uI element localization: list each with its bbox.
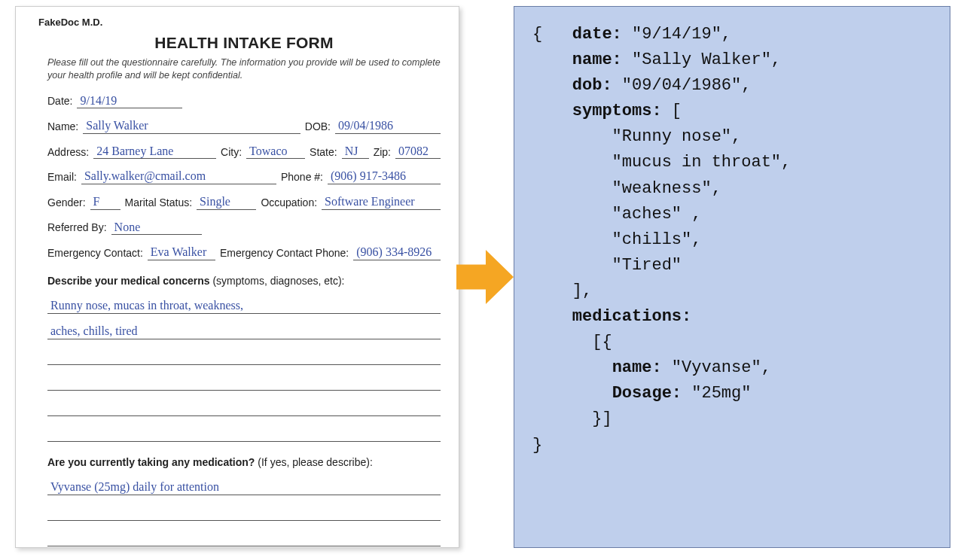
form-instructions: Please fill out the questionnaire carefu… — [47, 56, 441, 82]
meds-line-1: Vyvanse (25mg) daily for attention — [47, 477, 441, 495]
value-gender: F — [90, 195, 120, 210]
medications-header: Are you currently taking any medication?… — [47, 455, 441, 470]
arrow-icon — [456, 243, 514, 311]
label-phone: Phone #: — [281, 170, 323, 184]
label-gender: Gender: — [47, 196, 86, 210]
label-occupation: Occupation: — [261, 196, 317, 210]
label-ephone: Emergency Contact Phone: — [220, 246, 349, 260]
value-dob: 09/04/1986 — [335, 119, 441, 134]
value-phone: (906) 917-3486 — [328, 169, 441, 184]
concerns-line-4 — [47, 373, 441, 391]
label-city: City: — [221, 145, 242, 160]
value-name: Sally Walker — [83, 119, 300, 134]
concerns-line-2: aches, chills, tired — [47, 321, 441, 339]
concerns-line-1: Runny nose, mucas in throat, weakness, — [47, 296, 441, 314]
value-econtact: Eva Walker — [148, 245, 215, 260]
label-state: State: — [310, 145, 337, 160]
doctor-name: FakeDoc M.D. — [38, 16, 441, 29]
value-date: 9/14/19 — [77, 94, 182, 109]
value-state: NJ — [342, 145, 369, 160]
value-occupation: Software Engineer — [322, 195, 441, 210]
meds-line-4 — [47, 554, 441, 560]
value-address: 24 Barney Lane — [93, 145, 216, 160]
label-marital: Marital Status: — [125, 196, 192, 210]
meds-line-2 — [47, 503, 441, 521]
label-zip: Zip: — [374, 145, 391, 160]
value-city: Towaco — [246, 145, 305, 160]
label-econtact: Emergency Contact: — [47, 246, 143, 260]
json-output: { date: "9/14/19", name: "Sally Walker",… — [514, 6, 950, 548]
meds-line-3 — [47, 528, 441, 546]
label-name: Name: — [47, 120, 78, 134]
value-zip: 07082 — [395, 145, 441, 160]
concerns-header: Describe your medical concerns (symptoms… — [47, 274, 441, 288]
label-dob: DOB: — [305, 120, 331, 134]
value-referred: None — [111, 221, 202, 236]
value-ephone: (906) 334-8926 — [353, 245, 441, 260]
label-date: Date: — [47, 94, 72, 108]
concerns-line-6 — [47, 424, 441, 442]
concerns-line-3 — [47, 347, 441, 365]
concerns-line-5 — [47, 398, 441, 416]
label-address: Address: — [47, 145, 89, 160]
label-referred: Referred By: — [47, 221, 107, 235]
label-email: Email: — [47, 170, 77, 184]
form-title: HEALTH INTAKE FORM — [47, 32, 441, 53]
intake-form: FakeDoc M.D. HEALTH INTAKE FORM Please f… — [15, 6, 459, 548]
value-email: Sally.walker@cmail.com — [81, 169, 276, 184]
svg-marker-0 — [456, 250, 514, 304]
value-marital: Single — [197, 195, 256, 210]
